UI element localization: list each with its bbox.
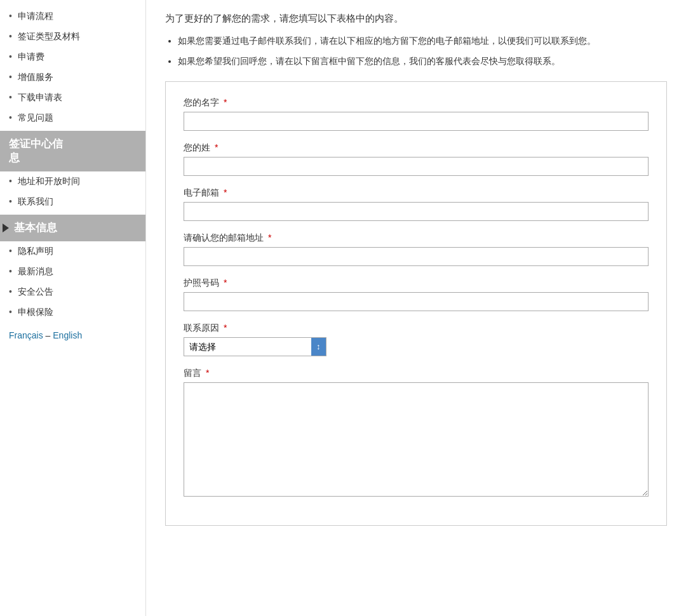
section-arrow-icon (3, 224, 9, 232)
reason-required: * (224, 323, 227, 333)
reason-label: 联系原因 * (184, 323, 649, 334)
sidebar-section-header-basic-info: 基本信息 (0, 215, 145, 241)
sidebar-item-download-form[interactable]: 下载申请表 (0, 88, 145, 108)
surname-required: * (215, 142, 218, 152)
sidebar: 申请流程 签证类型及材料 申请费 增值服务 下载申请表 常见问题 签证中心信 息… (0, 0, 146, 616)
sidebar-item-process[interactable]: 申请流程 (0, 6, 145, 27)
contact-form: 您的名字 * 您的姓 * 电子邮箱 * 请确认您的邮箱地址 * (165, 81, 667, 526)
form-group-reason: 联系原因 * 请选择 ↕ (184, 323, 649, 356)
sidebar-section-header-visa-center: 签证中心信 息 (0, 131, 145, 171)
confirm-email-required: * (268, 232, 271, 243)
passport-required: * (224, 278, 227, 288)
sidebar-section-1: 申请流程 签证类型及材料 申请费 增值服务 下载申请表 常见问题 (0, 6, 145, 128)
confirm-email-input[interactable] (184, 247, 649, 266)
form-group-name: 您的名字 * (184, 97, 649, 131)
sidebar-item-fee[interactable]: 申请费 (0, 47, 145, 67)
sidebar-item-contact-us[interactable]: 联系我们 (0, 192, 145, 212)
email-required: * (224, 187, 227, 198)
language-switcher: Français – English (0, 323, 145, 348)
lang-francais[interactable]: Français (9, 330, 43, 340)
instruction-list: 如果您需要通过电子邮件联系我们，请在以下相应的地方留下您的电子邮箱地址，以便我们… (178, 34, 667, 69)
name-required: * (224, 97, 227, 107)
passport-input[interactable] (184, 292, 649, 311)
form-group-email: 电子邮箱 * (184, 187, 649, 221)
message-label: 留言 * (184, 368, 649, 379)
sidebar-item-value-service[interactable]: 增值服务 (0, 67, 145, 88)
sidebar-item-security-notice[interactable]: 安全公告 (0, 282, 145, 302)
reason-select-wrapper: 请选择 ↕ (184, 337, 326, 356)
instruction-item-1: 如果您需要通过电子邮件联系我们，请在以下相应的地方留下您的电子邮箱地址，以便我们… (178, 34, 667, 48)
message-textarea[interactable] (184, 382, 649, 497)
lang-sep: – (46, 330, 53, 340)
surname-input[interactable] (184, 157, 649, 176)
name-label: 您的名字 * (184, 97, 649, 109)
select-arrow-icon: ↕ (311, 338, 326, 356)
sidebar-item-visa-types[interactable]: 签证类型及材料 (0, 27, 145, 47)
form-group-surname: 您的姓 * (184, 142, 649, 176)
email-label: 电子邮箱 * (184, 187, 649, 199)
passport-label: 护照号码 * (184, 278, 649, 289)
email-input[interactable] (184, 202, 649, 221)
intro-text: 为了更好的了解您的需求，请您填写以下表格中的内容。 (165, 13, 667, 25)
sidebar-item-news[interactable]: 最新消息 (0, 262, 145, 282)
sidebar-section-3: 隐私声明 最新消息 安全公告 申根保险 (0, 241, 145, 323)
sidebar-item-schengen-insurance[interactable]: 申根保险 (0, 302, 145, 323)
sidebar-item-address[interactable]: 地址和开放时间 (0, 171, 145, 192)
instruction-item-2: 如果您希望我们回呼您，请在以下留言框中留下您的信息，我们的客服代表会尽快与您取得… (178, 54, 667, 68)
form-group-confirm-email: 请确认您的邮箱地址 * (184, 232, 649, 266)
form-group-passport: 护照号码 * (184, 278, 649, 311)
sidebar-section-2: 地址和开放时间 联系我们 (0, 171, 145, 212)
sidebar-item-privacy[interactable]: 隐私声明 (0, 241, 145, 262)
confirm-email-label: 请确认您的邮箱地址 * (184, 232, 649, 244)
lang-english[interactable]: English (53, 330, 82, 340)
main-content: 为了更好的了解您的需求，请您填写以下表格中的内容。 如果您需要通过电子邮件联系我… (146, 0, 686, 616)
sidebar-item-faq[interactable]: 常见问题 (0, 108, 145, 128)
surname-label: 您的姓 * (184, 142, 649, 154)
form-group-message: 留言 * (184, 368, 649, 499)
message-required: * (206, 368, 209, 378)
name-input[interactable] (184, 112, 649, 131)
reason-select[interactable]: 请选择 (184, 338, 311, 356)
